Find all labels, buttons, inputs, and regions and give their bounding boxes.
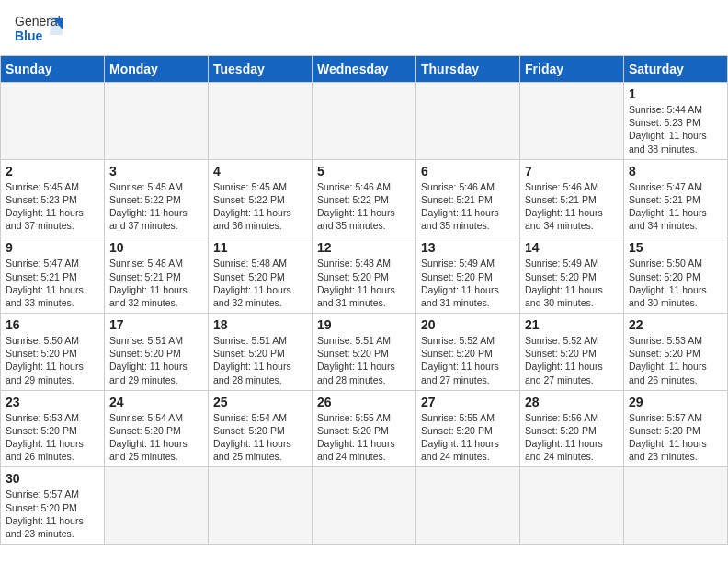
day-number: 18 bbox=[213, 317, 307, 332]
day-number: 10 bbox=[109, 240, 203, 255]
calendar-cell bbox=[1, 83, 105, 160]
weekday-header-friday: Friday bbox=[520, 56, 624, 83]
calendar-cell: 13Sunrise: 5:49 AM Sunset: 5:20 PM Dayli… bbox=[416, 236, 520, 314]
calendar-cell bbox=[416, 467, 520, 545]
day-number: 11 bbox=[213, 240, 307, 255]
calendar-cell: 4Sunrise: 5:45 AM Sunset: 5:22 PM Daylig… bbox=[209, 159, 313, 236]
logo: General Blue bbox=[15, 9, 63, 50]
day-info: Sunrise: 5:51 AM Sunset: 5:20 PM Dayligh… bbox=[317, 334, 411, 386]
day-number: 20 bbox=[421, 317, 515, 332]
day-info: Sunrise: 5:51 AM Sunset: 5:20 PM Dayligh… bbox=[109, 334, 203, 386]
day-info: Sunrise: 5:45 AM Sunset: 5:22 PM Dayligh… bbox=[109, 180, 203, 233]
day-number: 2 bbox=[6, 164, 99, 178]
calendar-cell: 30Sunrise: 5:57 AM Sunset: 5:20 PM Dayli… bbox=[1, 467, 105, 545]
day-info: Sunrise: 5:55 AM Sunset: 5:20 PM Dayligh… bbox=[421, 411, 515, 464]
day-number: 24 bbox=[109, 395, 203, 409]
calendar-cell: 1Sunrise: 5:44 AM Sunset: 5:23 PM Daylig… bbox=[624, 83, 728, 160]
calendar-cell bbox=[209, 83, 313, 160]
calendar-cell: 9Sunrise: 5:47 AM Sunset: 5:21 PM Daylig… bbox=[1, 236, 105, 314]
day-number: 27 bbox=[421, 395, 515, 409]
calendar-cell bbox=[416, 83, 520, 160]
calendar-cell: 10Sunrise: 5:48 AM Sunset: 5:21 PM Dayli… bbox=[105, 236, 209, 314]
day-number: 26 bbox=[317, 395, 411, 409]
day-info: Sunrise: 5:56 AM Sunset: 5:20 PM Dayligh… bbox=[525, 411, 619, 464]
weekday-header-tuesday: Tuesday bbox=[209, 56, 313, 83]
day-info: Sunrise: 5:45 AM Sunset: 5:22 PM Dayligh… bbox=[213, 180, 307, 233]
day-info: Sunrise: 5:47 AM Sunset: 5:21 PM Dayligh… bbox=[629, 180, 722, 233]
day-info: Sunrise: 5:48 AM Sunset: 5:21 PM Dayligh… bbox=[109, 257, 203, 309]
day-number: 19 bbox=[317, 317, 411, 332]
day-number: 22 bbox=[629, 317, 722, 332]
day-info: Sunrise: 5:49 AM Sunset: 5:20 PM Dayligh… bbox=[525, 257, 619, 309]
day-info: Sunrise: 5:44 AM Sunset: 5:23 PM Dayligh… bbox=[629, 103, 722, 155]
calendar-cell: 22Sunrise: 5:53 AM Sunset: 5:20 PM Dayli… bbox=[624, 314, 728, 391]
day-info: Sunrise: 5:48 AM Sunset: 5:20 PM Dayligh… bbox=[213, 257, 307, 309]
calendar-cell: 27Sunrise: 5:55 AM Sunset: 5:20 PM Dayli… bbox=[416, 390, 520, 467]
day-info: Sunrise: 5:53 AM Sunset: 5:20 PM Dayligh… bbox=[6, 411, 99, 464]
calendar-cell: 8Sunrise: 5:47 AM Sunset: 5:21 PM Daylig… bbox=[624, 159, 728, 236]
calendar-cell: 15Sunrise: 5:50 AM Sunset: 5:20 PM Dayli… bbox=[624, 236, 728, 314]
day-info: Sunrise: 5:50 AM Sunset: 5:20 PM Dayligh… bbox=[629, 257, 722, 309]
calendar-cell: 6Sunrise: 5:46 AM Sunset: 5:21 PM Daylig… bbox=[416, 159, 520, 236]
day-number: 23 bbox=[6, 395, 99, 409]
weekday-header-sunday: Sunday bbox=[1, 56, 105, 83]
day-info: Sunrise: 5:47 AM Sunset: 5:21 PM Dayligh… bbox=[6, 257, 99, 309]
calendar-cell: 2Sunrise: 5:45 AM Sunset: 5:23 PM Daylig… bbox=[1, 159, 105, 236]
day-info: Sunrise: 5:46 AM Sunset: 5:21 PM Dayligh… bbox=[421, 180, 515, 233]
calendar-cell: 26Sunrise: 5:55 AM Sunset: 5:20 PM Dayli… bbox=[313, 390, 416, 467]
day-info: Sunrise: 5:50 AM Sunset: 5:20 PM Dayligh… bbox=[6, 334, 99, 386]
calendar-cell bbox=[624, 467, 728, 545]
calendar-cell: 17Sunrise: 5:51 AM Sunset: 5:20 PM Dayli… bbox=[105, 314, 209, 391]
day-info: Sunrise: 5:54 AM Sunset: 5:20 PM Dayligh… bbox=[213, 411, 307, 464]
day-number: 4 bbox=[213, 164, 307, 178]
calendar-cell: 5Sunrise: 5:46 AM Sunset: 5:22 PM Daylig… bbox=[313, 159, 416, 236]
day-number: 1 bbox=[629, 86, 722, 101]
calendar-cell: 21Sunrise: 5:52 AM Sunset: 5:20 PM Dayli… bbox=[520, 314, 624, 391]
calendar-cell bbox=[313, 83, 416, 160]
day-number: 9 bbox=[6, 240, 99, 255]
svg-text:Blue: Blue bbox=[15, 29, 43, 43]
day-info: Sunrise: 5:45 AM Sunset: 5:23 PM Dayligh… bbox=[6, 180, 99, 233]
calendar-cell: 23Sunrise: 5:53 AM Sunset: 5:20 PM Dayli… bbox=[1, 390, 105, 467]
calendar-cell bbox=[105, 83, 209, 160]
calendar-cell: 25Sunrise: 5:54 AM Sunset: 5:20 PM Dayli… bbox=[209, 390, 313, 467]
calendar-cell bbox=[209, 467, 313, 545]
calendar-cell: 3Sunrise: 5:45 AM Sunset: 5:22 PM Daylig… bbox=[105, 159, 209, 236]
day-number: 28 bbox=[525, 395, 619, 409]
day-number: 3 bbox=[109, 164, 203, 178]
calendar-cell: 12Sunrise: 5:48 AM Sunset: 5:20 PM Dayli… bbox=[313, 236, 416, 314]
calendar-cell bbox=[105, 467, 209, 545]
day-number: 5 bbox=[317, 164, 411, 178]
day-info: Sunrise: 5:48 AM Sunset: 5:20 PM Dayligh… bbox=[317, 257, 411, 309]
weekday-header-wednesday: Wednesday bbox=[313, 56, 416, 83]
weekday-header-saturday: Saturday bbox=[624, 56, 728, 83]
weekday-header-thursday: Thursday bbox=[416, 56, 520, 83]
day-info: Sunrise: 5:49 AM Sunset: 5:20 PM Dayligh… bbox=[421, 257, 515, 309]
day-info: Sunrise: 5:46 AM Sunset: 5:22 PM Dayligh… bbox=[317, 180, 411, 233]
day-number: 7 bbox=[525, 164, 619, 178]
day-number: 6 bbox=[421, 164, 515, 178]
calendar-cell bbox=[313, 467, 416, 545]
calendar-cell: 24Sunrise: 5:54 AM Sunset: 5:20 PM Dayli… bbox=[105, 390, 209, 467]
day-info: Sunrise: 5:57 AM Sunset: 5:20 PM Dayligh… bbox=[6, 488, 99, 540]
day-info: Sunrise: 5:52 AM Sunset: 5:20 PM Dayligh… bbox=[525, 334, 619, 386]
calendar-cell: 28Sunrise: 5:56 AM Sunset: 5:20 PM Dayli… bbox=[520, 390, 624, 467]
logo-icon: General Blue bbox=[15, 9, 63, 50]
day-number: 29 bbox=[629, 395, 722, 409]
day-info: Sunrise: 5:53 AM Sunset: 5:20 PM Dayligh… bbox=[629, 334, 722, 386]
day-number: 12 bbox=[317, 240, 411, 255]
day-info: Sunrise: 5:55 AM Sunset: 5:20 PM Dayligh… bbox=[317, 411, 411, 464]
calendar-cell: 14Sunrise: 5:49 AM Sunset: 5:20 PM Dayli… bbox=[520, 236, 624, 314]
day-number: 21 bbox=[525, 317, 619, 332]
day-number: 13 bbox=[421, 240, 515, 255]
day-number: 30 bbox=[6, 471, 99, 486]
calendar-cell: 19Sunrise: 5:51 AM Sunset: 5:20 PM Dayli… bbox=[313, 314, 416, 391]
day-number: 25 bbox=[213, 395, 307, 409]
calendar-cell: 16Sunrise: 5:50 AM Sunset: 5:20 PM Dayli… bbox=[1, 314, 105, 391]
calendar-cell: 20Sunrise: 5:52 AM Sunset: 5:20 PM Dayli… bbox=[416, 314, 520, 391]
calendar-cell: 29Sunrise: 5:57 AM Sunset: 5:20 PM Dayli… bbox=[624, 390, 728, 467]
day-info: Sunrise: 5:54 AM Sunset: 5:20 PM Dayligh… bbox=[109, 411, 203, 464]
calendar-cell: 7Sunrise: 5:46 AM Sunset: 5:21 PM Daylig… bbox=[520, 159, 624, 236]
day-number: 15 bbox=[629, 240, 722, 255]
calendar: SundayMondayTuesdayWednesdayThursdayFrid… bbox=[0, 55, 728, 545]
